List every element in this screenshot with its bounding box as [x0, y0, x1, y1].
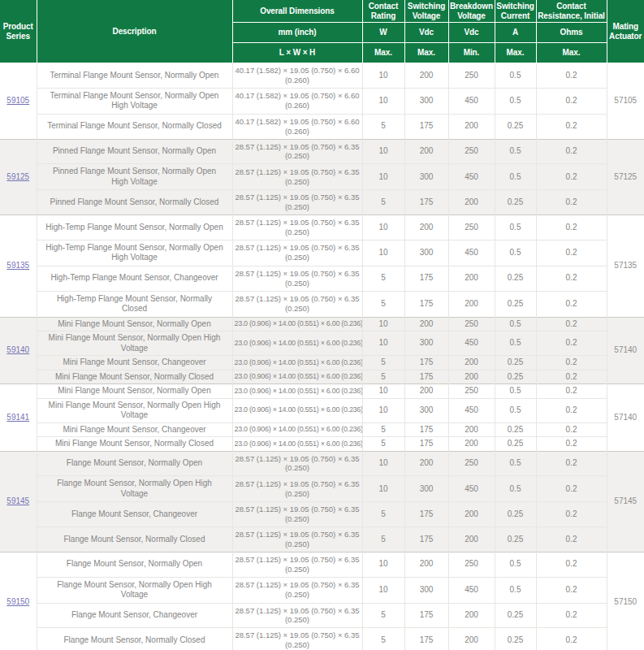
switching-current-cell: 0.5 [495, 384, 536, 399]
switching-voltage-cell: 200 [404, 451, 448, 476]
contact-rating-cell: 5 [362, 422, 404, 437]
description-cell: Mini Flange Mount Sensor, Normally Open … [37, 398, 232, 422]
switching-current-cell: 0.25 [495, 422, 536, 437]
contact-resistance-cell: 0.2 [536, 502, 607, 527]
contact-resistance-cell: 0.2 [536, 398, 607, 422]
switching-voltage-cell: 175 [404, 603, 448, 628]
description-cell: Flange Mount Sensor, Changeover [37, 603, 232, 628]
description-cell: Terminal Flange Mount Sensor, Normally O… [37, 63, 232, 89]
switching-voltage-cell: 300 [404, 240, 448, 266]
header-contact-rating: Contact Rating [362, 0, 404, 23]
dimensions-cell: 28.57 (1.125) × 19.05 (0.750) × 6.35 (0.… [232, 139, 362, 164]
contact-rating-cell: 5 [362, 437, 404, 452]
contact-resistance-cell: 0.2 [536, 139, 607, 164]
product-series-cell: 59145 [0, 451, 37, 552]
contact-rating-cell: 5 [362, 603, 404, 628]
table-row: Flange Mount Sensor, Normally Open High … [0, 577, 644, 603]
breakdown-voltage-cell: 200 [448, 628, 495, 650]
breakdown-voltage-cell: 250 [448, 139, 495, 164]
switching-voltage-cell: 300 [404, 398, 448, 422]
header-overall-dimensions: Overall Dimensions [232, 0, 362, 23]
dimensions-cell: 23.0 (0.906) × 14.00 (0.551) × 6.00 (0.2… [232, 317, 362, 332]
dimensions-cell: 28.57 (1.125) × 19.05 (0.750) × 6.35 (0.… [232, 164, 362, 190]
contact-resistance-cell: 0.2 [536, 356, 607, 370]
dimensions-cell: 23.0 (0.906) × 14.00 (0.551) × 6.00 (0.2… [232, 332, 362, 356]
switching-voltage-cell: 200 [404, 215, 448, 240]
switching-voltage-cell: 175 [404, 527, 448, 552]
breakdown-voltage-cell: 200 [448, 422, 495, 437]
switching-current-cell: 0.25 [495, 114, 536, 139]
contact-resistance-cell: 0.2 [536, 437, 607, 452]
contact-rating-cell: 10 [362, 451, 404, 476]
switching-voltage-cell: 175 [404, 266, 448, 291]
dimensions-cell: 23.0 (0.906) × 14.00 (0.551) × 6.00 (0.2… [232, 356, 362, 370]
switching-current-cell: 0.5 [495, 552, 536, 577]
switching-current-cell: 0.5 [495, 317, 536, 332]
product-series-cell: 59150 [0, 552, 37, 650]
breakdown-voltage-cell: 250 [448, 384, 495, 399]
description-cell: Pinned Flange Mount Sensor, Normally Clo… [37, 190, 232, 215]
contact-rating-cell: 5 [362, 190, 404, 215]
contact-resistance-cell: 0.2 [536, 370, 607, 384]
header-contact-resistance-limit: Max. [536, 43, 607, 63]
mating-actuator-cell: 57150 [607, 552, 644, 650]
product-series-link[interactable]: 59125 [6, 172, 29, 181]
dimensions-cell: 28.57 (1.125) × 19.05 (0.750) × 6.35 (0.… [232, 215, 362, 240]
breakdown-voltage-cell: 200 [448, 527, 495, 552]
breakdown-voltage-cell: 250 [448, 317, 495, 332]
switching-current-cell: 0.25 [495, 502, 536, 527]
description-cell: Terminal Flange Mount Sensor, Normally C… [37, 114, 232, 139]
table-row: 59125Pinned Flange Mount Sensor, Normall… [0, 139, 644, 164]
header-dimensions-lwh: L × W × H [232, 43, 362, 63]
switching-current-cell: 0.25 [495, 628, 536, 650]
product-series-link[interactable]: 59135 [6, 261, 29, 270]
breakdown-voltage-cell: 250 [448, 552, 495, 577]
switching-voltage-cell: 175 [404, 291, 448, 317]
product-series-link[interactable]: 59105 [6, 96, 29, 105]
switching-current-cell: 0.5 [495, 332, 536, 356]
contact-resistance-cell: 0.2 [536, 628, 607, 650]
breakdown-voltage-cell: 450 [448, 398, 495, 422]
product-series-link[interactable]: 59145 [6, 496, 29, 505]
breakdown-voltage-cell: 200 [448, 370, 495, 384]
contact-rating-cell: 5 [362, 291, 404, 317]
contact-resistance-cell: 0.2 [536, 422, 607, 437]
description-cell: Pinned Flange Mount Sensor, Normally Ope… [37, 164, 232, 190]
table-header: Product Series Description Overall Dimen… [0, 0, 644, 63]
table-row: Mini Flange Mount Sensor, Normally Open … [0, 398, 644, 422]
product-series-link[interactable]: 59140 [6, 345, 29, 354]
description-cell: Flange Mount Sensor, Changeover [37, 502, 232, 527]
description-cell: Mini Flange Mount Sensor, Normally Open [37, 384, 232, 399]
product-series-cell: 59125 [0, 139, 37, 215]
product-series-link[interactable]: 59141 [6, 413, 29, 422]
mating-actuator-cell: 57140 [607, 317, 644, 384]
contact-resistance-cell: 0.2 [536, 384, 607, 399]
description-cell: Flange Mount Sensor, Normally Closed [37, 527, 232, 552]
breakdown-voltage-cell: 200 [448, 356, 495, 370]
dimensions-cell: 40.17 (1.582) × 19.05 (0.750) × 6.60 (0.… [232, 88, 362, 114]
contact-resistance-cell: 0.2 [536, 332, 607, 356]
header-switching-current-limit: Max. [495, 43, 536, 63]
contact-resistance-cell: 0.2 [536, 114, 607, 139]
breakdown-voltage-cell: 450 [448, 332, 495, 356]
table-row: Mini Flange Mount Sensor, Normally Open … [0, 332, 644, 356]
contact-rating-cell: 10 [362, 317, 404, 332]
dimensions-cell: 23.0 (0.906) × 14.00 (0.551) × 6.00 (0.2… [232, 422, 362, 437]
switching-current-cell: 0.5 [495, 215, 536, 240]
switching-voltage-cell: 200 [404, 139, 448, 164]
contact-rating-cell: 5 [362, 114, 404, 139]
description-cell: High-Temp Flange Mount Sensor, Changeove… [37, 266, 232, 291]
dimensions-cell: 23.0 (0.906) × 14.00 (0.551) × 6.00 (0.2… [232, 370, 362, 384]
table-row: Mini Flange Mount Sensor, Normally Close… [0, 437, 644, 452]
contact-resistance-cell: 0.2 [536, 603, 607, 628]
contact-rating-cell: 5 [362, 527, 404, 552]
header-contact-resistance-unit: Ohms [536, 23, 607, 43]
table-row: High-Temp Flange Mount Sensor, Normally … [0, 291, 644, 317]
table-row: 59145Flange Mount Sensor, Normally Open2… [0, 451, 644, 476]
product-series-link[interactable]: 59150 [6, 597, 29, 606]
dimensions-cell: 28.57 (1.125) × 19.05 (0.750) × 6.35 (0.… [232, 291, 362, 317]
table-row: Pinned Flange Mount Sensor, Normally Clo… [0, 190, 644, 215]
contact-resistance-cell: 0.2 [536, 476, 607, 502]
table-row: Flange Mount Sensor, Changeover28.57 (1.… [0, 603, 644, 628]
header-contact-rating-limit: Max. [362, 43, 404, 63]
